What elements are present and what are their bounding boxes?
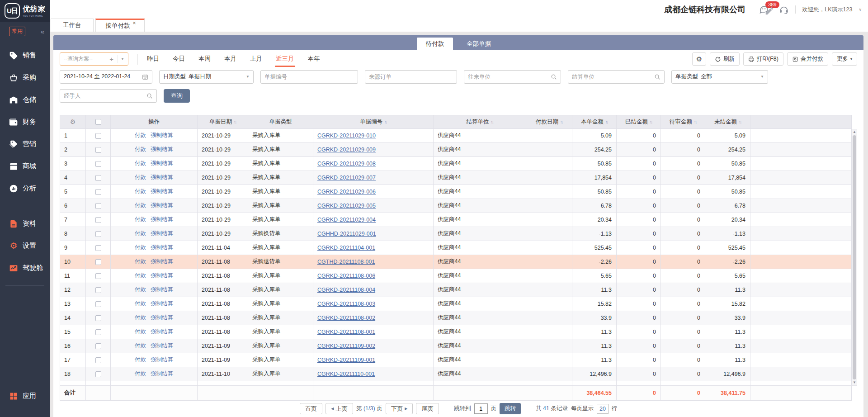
first-page-button[interactable]: 首页 (300, 403, 323, 414)
more-button[interactable]: 更多▾ (832, 52, 857, 66)
force-settle-link[interactable]: 强制结算 (151, 258, 173, 265)
quick-filter-0[interactable]: 昨日 (147, 55, 159, 64)
doc-no-link[interactable]: CGRKD-20211029-006 (317, 189, 376, 195)
doc-no-link[interactable]: CGRKD-20211110-001 (317, 371, 375, 377)
row-checkbox[interactable] (95, 189, 101, 195)
column-settings-gear-icon[interactable]: ⚙ (70, 118, 76, 125)
doc-no-link[interactable]: CGRKD-20211029-008 (317, 161, 376, 167)
sort-icon[interactable]: ↑↓ (605, 120, 608, 124)
column-header-8[interactable]: 待审金额↑↓ (661, 115, 705, 128)
collapse-sidebar-icon[interactable]: « (41, 28, 44, 35)
select-all-checkbox[interactable] (95, 119, 101, 125)
sidebar-item-purchase[interactable]: 采购 (0, 66, 50, 89)
column-header-7[interactable]: 已结金额↑↓ (617, 115, 661, 128)
row-checkbox[interactable] (95, 161, 101, 167)
row-checkbox[interactable] (95, 175, 101, 181)
doc-no-link[interactable]: CGRKD-20211029-009 (317, 147, 376, 153)
sort-icon[interactable]: ↑↓ (234, 120, 236, 124)
refresh-button[interactable]: 刷新 (710, 52, 740, 66)
next-page-button[interactable]: 下页▶ (386, 403, 413, 414)
scroll-down-icon[interactable]: ▼ (853, 380, 856, 385)
pay-link[interactable]: 付款 (135, 356, 146, 363)
pay-link[interactable]: 付款 (135, 160, 146, 166)
sort-icon[interactable]: ↑↓ (560, 120, 562, 124)
force-settle-link[interactable]: 强制结算 (151, 244, 173, 251)
column-header-5[interactable]: 付款日期↑↓ (526, 115, 572, 128)
doc-no-link[interactable]: CGRKD-20211108-004 (317, 287, 375, 293)
view-tab-1[interactable]: 全部单据 (458, 38, 500, 50)
doc-no-link[interactable]: CGRKD-20211109-001 (317, 357, 375, 363)
quick-filter-4[interactable]: 上月 (250, 55, 262, 64)
row-checkbox[interactable] (95, 217, 101, 223)
doc-no-input[interactable] (264, 74, 354, 80)
source-order-input[interactable] (369, 74, 453, 80)
date-range-picker[interactable]: 2021-10-24 至 2022-01-24 (60, 70, 152, 84)
merge-pay-button[interactable]: 合并付款 (787, 52, 828, 66)
doc-no-link[interactable]: CGRKD-20211029-004 (317, 217, 376, 223)
force-settle-link[interactable]: 强制结算 (151, 286, 173, 293)
force-settle-link[interactable]: 强制结算 (151, 202, 173, 208)
view-tab-0[interactable]: 待付款 (417, 38, 453, 50)
pay-link[interactable]: 付款 (135, 188, 146, 194)
row-checkbox[interactable] (95, 329, 101, 335)
pay-link[interactable]: 付款 (135, 286, 146, 293)
quick-filter-6[interactable]: 本年 (308, 55, 320, 64)
search-icon[interactable] (654, 74, 660, 80)
source-order-field[interactable] (365, 70, 457, 84)
force-settle-link[interactable]: 强制结算 (151, 174, 173, 180)
sort-icon[interactable]: ↑↓ (650, 120, 652, 124)
sort-icon[interactable]: ↑↓ (384, 120, 387, 124)
handler-field[interactable] (60, 89, 157, 103)
add-scheme-icon[interactable]: + (109, 55, 118, 63)
per-page-value[interactable]: 20 (597, 404, 609, 414)
partner-input[interactable] (468, 74, 548, 80)
pay-link[interactable]: 付款 (135, 328, 146, 335)
sidebar-item-warehouse[interactable]: 仓储 (0, 89, 50, 111)
row-checkbox[interactable] (95, 301, 101, 307)
column-header-6[interactable]: 本单金额↑↓ (572, 115, 617, 128)
row-checkbox[interactable] (95, 315, 101, 321)
favorites-badge[interactable]: 常用 (9, 27, 25, 36)
row-checkbox[interactable] (95, 287, 101, 293)
chevron-down-icon[interactable]: ▼ (118, 57, 124, 61)
sidebar-item-analysis[interactable]: 分析 (0, 177, 50, 199)
force-settle-link[interactable]: 强制结算 (151, 370, 173, 377)
row-checkbox[interactable] (95, 231, 101, 237)
doc-type-select[interactable]: 单据类型 全部 ▼ (671, 70, 768, 84)
column-header-3[interactable]: 单据编号↑↓ (313, 115, 434, 128)
force-settle-link[interactable]: 强制结算 (151, 300, 173, 307)
pay-link[interactable]: 付款 (135, 230, 146, 237)
quick-filter-5[interactable]: 近三月 (276, 55, 294, 64)
sidebar-item-cockpit[interactable]: 驾驶舱 (0, 257, 50, 279)
doc-no-link[interactable]: CGRKD-20211029-010 (317, 133, 376, 139)
sort-icon[interactable]: ↑↓ (491, 120, 493, 124)
pay-link[interactable]: 付款 (135, 342, 146, 349)
force-settle-link[interactable]: 强制结算 (151, 146, 173, 152)
query-scheme-select[interactable]: --查询方案-- + ▼ (60, 52, 128, 66)
messages-button[interactable]: 389 (759, 4, 773, 15)
force-settle-link[interactable]: 强制结算 (151, 188, 173, 194)
column-header-4[interactable]: 结算单位↑↓ (434, 115, 526, 128)
doc-no-field[interactable] (260, 70, 358, 84)
pay-link[interactable]: 付款 (135, 314, 146, 321)
row-checkbox[interactable] (95, 273, 101, 279)
jump-button[interactable]: 跳转 (500, 403, 521, 414)
force-settle-link[interactable]: 强制结算 (151, 216, 173, 223)
doc-no-link[interactable]: CGRKD-20211108-001 (317, 329, 375, 335)
pay-link[interactable]: 付款 (135, 216, 146, 223)
close-tab-icon[interactable]: × (133, 20, 136, 26)
pay-link[interactable]: 付款 (135, 300, 146, 307)
row-checkbox[interactable] (95, 357, 101, 363)
pay-link[interactable]: 付款 (135, 202, 146, 208)
pay-link[interactable]: 付款 (135, 370, 146, 377)
doc-no-link[interactable]: CGRKD-20211108-006 (317, 273, 375, 279)
document-tab-1[interactable]: 按单付款× (95, 19, 145, 32)
pay-link[interactable]: 付款 (135, 174, 146, 180)
pay-link[interactable]: 付款 (135, 132, 146, 138)
force-settle-link[interactable]: 强制结算 (151, 314, 173, 321)
row-checkbox[interactable] (95, 245, 101, 251)
row-checkbox[interactable] (95, 133, 101, 139)
quick-filter-3[interactable]: 本月 (224, 55, 236, 64)
search-icon[interactable] (551, 74, 557, 80)
settle-unit-input[interactable] (572, 74, 651, 80)
